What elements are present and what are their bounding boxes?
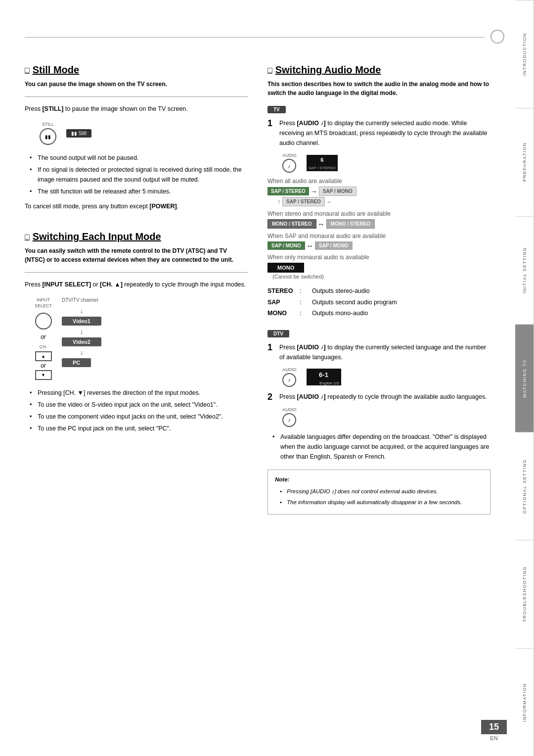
legend-stereo-key: STEREO <box>267 285 295 297</box>
switching-audio-title: □ Switching Audio Mode <box>267 64 490 76</box>
audio-btn-step2: AUDIO ♪ <box>282 407 297 427</box>
bullet-2: If no signal is detected or protected si… <box>30 165 248 185</box>
dtv-bullets: Available languages differ depending on … <box>267 432 490 462</box>
switching-input-bullets: Pressing [CH. ▼] reverses the direction … <box>25 388 248 433</box>
tv-badge: TV <box>267 106 286 113</box>
audio-label-tv: AUDIO <box>282 153 297 158</box>
or-text-2: or <box>41 362 46 369</box>
still-circle-btn: ▮▮ <box>40 128 56 145</box>
divider <box>25 96 248 97</box>
legend-sap-key: SAP <box>267 297 295 308</box>
switching-input-title: □ Switching Each Input Mode <box>25 231 248 242</box>
right-column: □ Switching Audio Mode This section desc… <box>267 64 490 515</box>
note-title: Note: <box>275 475 483 484</box>
switching-input-body: Press [INPUT SELECT] or [CH. ▲] repeated… <box>25 280 248 289</box>
arrow-down-3: ↓ <box>62 348 101 356</box>
ch-label: CH. <box>40 344 47 350</box>
step2-dtv-text: Press [AUDIO ♪] repeatedly to cycle thro… <box>279 392 488 402</box>
when-mono-label: When only monaural audio is available <box>267 254 490 261</box>
dtv-bullet-1: Available languages differ depending on … <box>272 432 490 462</box>
input-buttons: INPUTSELECT or CH. ▲ or ▼ <box>35 297 52 380</box>
step1-dtv-number: 1 <box>267 342 279 353</box>
legend-stereo-value: Outputs stereo-audio <box>312 285 370 297</box>
audio-circle-btn-dtv[interactable]: ♪ <box>282 373 296 387</box>
legend-stereo: STEREO : Outputs stereo-audio <box>267 285 490 297</box>
step1-dtv: 1 Press [AUDIO ♪] to display the current… <box>267 342 490 362</box>
step2-dtv: 2 Press [AUDIO ♪] repeatedly to cycle th… <box>267 392 490 402</box>
divider-2 <box>25 272 248 273</box>
tab-preparation[interactable]: PREPARATION <box>515 108 534 216</box>
page-lang: EN <box>481 735 507 741</box>
audio-btn-dtv: AUDIO ♪ <box>282 367 297 387</box>
legend-sap: SAP : Outputs second audio program <box>267 297 490 308</box>
tab-troubleshooting[interactable]: TROUBLESHOOTING <box>515 540 534 648</box>
legend-mono-value: Outputs mono-audio <box>312 308 368 319</box>
arrow-both-1: ↔ <box>318 220 325 228</box>
note-box: Note: Pressing [AUDIO ♪] does not contro… <box>267 470 490 515</box>
main-content: □ Still Mode You can pause the image sho… <box>0 0 515 534</box>
step1-number: 1 <box>267 118 279 129</box>
dtv-badge: DTV <box>267 330 289 337</box>
arrow-1: → <box>311 188 317 195</box>
checkbox-icon-3: □ <box>267 66 272 75</box>
cannot-switch-label: (Cannot be switched) <box>272 274 490 280</box>
dtv-display-wrapper: 6-1 English 1/3 <box>307 369 341 385</box>
ch-up-btn[interactable]: ▲ <box>35 351 52 361</box>
tab-initial-setting[interactable]: INITIAL SETTING <box>515 216 534 324</box>
cancel-text: To cancel still mode, press any button e… <box>25 201 248 211</box>
two-column-layout: □ Still Mode You can pause the image sho… <box>25 64 490 515</box>
input-bullet-4: To use the PC input jack on the unit, se… <box>30 424 248 433</box>
bullet-1: The sound output will not be paused. <box>30 153 248 163</box>
tab-introduction[interactable]: INTRODUCTION <box>515 0 534 108</box>
tab-information[interactable]: INFORMATION <box>515 648 534 756</box>
still-button: STILL ▮▮ <box>40 122 56 145</box>
input-illustration: INPUTSELECT or CH. ▲ or ▼ DTV/TV channel… <box>35 297 248 380</box>
still-mode-bullets: The sound output will not be paused. If … <box>25 153 248 196</box>
checkbox-icon: □ <box>25 66 30 75</box>
audio-display-sub: SAP / STEREO <box>307 165 338 171</box>
channel-list: DTV/TV channel ↓ Video1 ↓ Video2 ↓ PC <box>62 297 101 367</box>
mode-all-top: SAP / STEREO → SAP / MONO <box>267 187 490 196</box>
tab-optional-setting[interactable]: OPTIONAL SETTING <box>515 432 534 540</box>
audio-circle-btn-step2[interactable]: ♪ <box>282 413 296 427</box>
note-bullet-1: Pressing [AUDIO ♪] does not control exte… <box>280 487 483 496</box>
video1-btn[interactable]: Video1 <box>62 317 101 326</box>
input-bullet-2: To use the video or S-video input jack o… <box>30 400 248 410</box>
legend-mono: MONO : Outputs mono-audio <box>267 308 490 319</box>
mode-all-bottom: ↑ SAP / STEREO ← <box>277 197 490 206</box>
mode-stereo-diagram: MONO / STEREO ↔ MONO / STEREO <box>267 219 490 229</box>
still-screen-display: ▮▮ Still <box>66 129 91 138</box>
video2-btn[interactable]: Video2 <box>62 337 101 346</box>
when-all-label: When all audio are available <box>267 178 490 185</box>
audio-label-dtv: AUDIO <box>282 367 297 372</box>
arrow-down-2: ↓ <box>62 328 101 335</box>
mode-all-diagram: SAP / STEREO → SAP / MONO ↑ SAP / STEREO… <box>267 187 490 206</box>
still-mode-title: □ Still Mode <box>25 64 248 76</box>
mode-sap-diagram: SAP / MONO ↔ SAP / MONO <box>267 241 490 250</box>
pause-icon: ▮▮ <box>45 134 51 140</box>
input-bullet-3: To use the component video input jacks o… <box>30 412 248 422</box>
page-number: 15 <box>481 720 507 734</box>
audio-label-step2: AUDIO <box>282 407 297 412</box>
mono-box-wrapper: MONO <box>267 263 490 273</box>
checkbox-icon-2: □ <box>25 233 30 241</box>
mono-box: MONO <box>267 263 304 273</box>
legend-sap-value: Outputs second audio program <box>312 297 397 308</box>
step1-dtv-text: Press [AUDIO ♪] to display the currently… <box>279 342 488 362</box>
dtv-display-num: 6-1 <box>307 369 341 381</box>
ch-down-btn[interactable]: ▼ <box>35 370 52 380</box>
when-sap-label: When SAP and monaural audio are availabl… <box>267 233 490 239</box>
audio-display-num: 6 <box>307 155 338 165</box>
sidebar-tabs: INTRODUCTION PREPARATION INITIAL SETTING… <box>515 0 534 756</box>
audio-circle-btn-tv[interactable]: ♪ <box>282 159 296 173</box>
or-text: or <box>41 333 46 340</box>
pc-btn[interactable]: PC <box>62 358 91 367</box>
note-list: Pressing [AUDIO ♪] does not control exte… <box>275 487 483 507</box>
legend-table: STEREO : Outputs stereo-audio SAP : Outp… <box>267 285 490 319</box>
step2-dtv-number: 2 <box>267 392 279 402</box>
audio-illustration-tv: AUDIO ♪ 6 SAP / STEREO <box>282 153 490 173</box>
sap-stereo-box: SAP / STEREO <box>267 187 309 195</box>
note-bullet-2: The information display will automatical… <box>280 498 483 507</box>
still-label: STILL <box>40 122 56 127</box>
tab-watching-tv[interactable]: WATCHING TV <box>515 324 534 432</box>
